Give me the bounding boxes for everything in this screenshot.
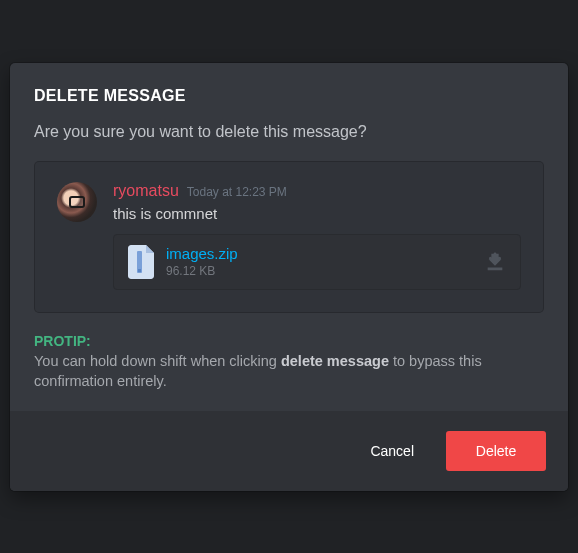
protip-text: You can hold down shift when clicking de… (34, 351, 544, 391)
svg-marker-2 (489, 253, 502, 265)
modal-footer: Cancel Delete (10, 411, 568, 491)
message-preview: ryomatsu Today at 12:23 PM this is commn… (34, 161, 544, 313)
delete-button[interactable]: Delete (446, 431, 546, 471)
protip-text-before: You can hold down shift when clicking (34, 353, 281, 369)
timestamp: Today at 12:23 PM (187, 185, 287, 199)
message-content: ryomatsu Today at 12:23 PM this is commn… (113, 182, 521, 290)
message-header: ryomatsu Today at 12:23 PM (113, 182, 521, 200)
file-icon (128, 245, 154, 279)
protip-text-bold: delete message (281, 353, 389, 369)
cancel-button[interactable]: Cancel (352, 431, 432, 471)
file-size: 96.12 KB (166, 263, 472, 279)
modal-title: DELETE MESSAGE (34, 87, 544, 105)
protip-section: PROTIP: You can hold down shift when cli… (34, 333, 544, 391)
modal-body: Are you sure you want to delete this mes… (10, 111, 568, 411)
avatar (57, 182, 97, 222)
confirm-text: Are you sure you want to delete this mes… (34, 121, 544, 143)
username: ryomatsu (113, 182, 179, 200)
modal-header: DELETE MESSAGE (10, 63, 568, 111)
svg-rect-3 (488, 267, 503, 270)
file-name[interactable]: images.zip (166, 245, 472, 263)
attachment: images.zip 96.12 KB (113, 234, 521, 290)
delete-message-modal: DELETE MESSAGE Are you sure you want to … (10, 63, 568, 491)
message-text: this is commnet (113, 204, 521, 224)
file-info: images.zip 96.12 KB (166, 245, 472, 279)
svg-rect-1 (138, 269, 141, 272)
protip-label: PROTIP: (34, 333, 544, 349)
download-icon[interactable] (484, 251, 506, 273)
message-row: ryomatsu Today at 12:23 PM this is commn… (57, 182, 521, 290)
